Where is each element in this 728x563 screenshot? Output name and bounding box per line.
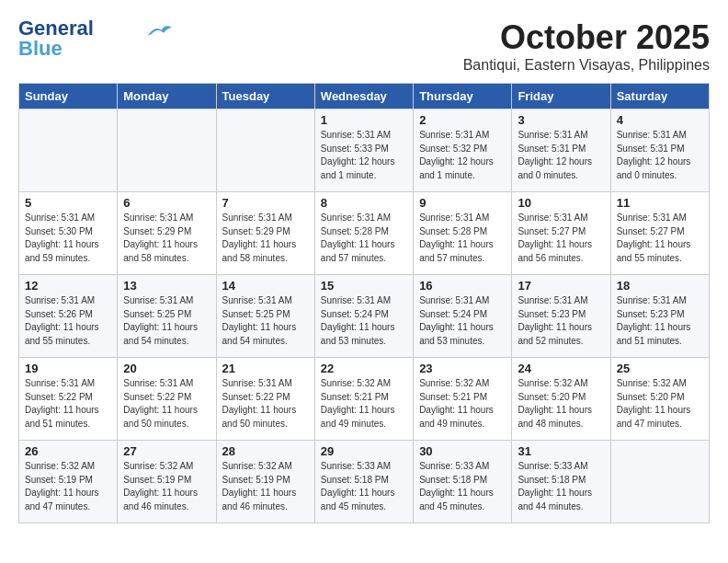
day-number: 19 (25, 362, 111, 375)
day-number: 3 (518, 113, 604, 127)
calendar-cell: 8Sunrise: 5:31 AMSunset: 5:28 PMDaylight… (314, 192, 413, 275)
calendar-cell: 3Sunrise: 5:31 AMSunset: 5:31 PMDaylight… (512, 109, 610, 192)
calendar-cell: 18Sunrise: 5:31 AMSunset: 5:23 PMDayligh… (610, 275, 709, 358)
day-number: 10 (518, 196, 604, 210)
day-number: 29 (321, 444, 407, 458)
calendar-cell: 14Sunrise: 5:31 AMSunset: 5:25 PMDayligh… (216, 275, 314, 358)
calendar-cell: 22Sunrise: 5:32 AMSunset: 5:21 PMDayligh… (314, 358, 413, 441)
day-info: Sunrise: 5:31 AMSunset: 5:24 PMDaylight:… (419, 294, 506, 348)
calendar-cell: 24Sunrise: 5:32 AMSunset: 5:20 PMDayligh… (512, 358, 610, 441)
day-info: Sunrise: 5:31 AMSunset: 5:23 PMDaylight:… (518, 294, 604, 348)
day-info: Sunrise: 5:31 AMSunset: 5:22 PMDaylight:… (222, 377, 309, 431)
day-info: Sunrise: 5:32 AMSunset: 5:19 PMDaylight:… (123, 460, 210, 513)
logo-text: GeneralBlue (18, 18, 94, 59)
day-number: 16 (419, 279, 506, 293)
weekday-header-row: SundayMondayTuesdayWednesdayThursdayFrid… (19, 84, 710, 109)
day-number: 23 (419, 362, 506, 375)
day-info: Sunrise: 5:31 AMSunset: 5:33 PMDaylight:… (321, 129, 407, 182)
day-number: 20 (123, 362, 210, 375)
calendar-cell: 5Sunrise: 5:31 AMSunset: 5:30 PMDaylight… (19, 192, 118, 275)
day-info: Sunrise: 5:31 AMSunset: 5:25 PMDaylight:… (222, 294, 309, 348)
calendar-cell (610, 441, 709, 523)
calendar-cell (19, 109, 118, 192)
weekday-header-sunday: Sunday (19, 84, 118, 109)
day-number: 21 (222, 362, 309, 375)
calendar-cell: 2Sunrise: 5:31 AMSunset: 5:32 PMDaylight… (414, 109, 512, 192)
calendar-week-row: 19Sunrise: 5:31 AMSunset: 5:22 PMDayligh… (19, 358, 710, 441)
day-info: Sunrise: 5:32 AMSunset: 5:19 PMDaylight:… (25, 460, 111, 513)
day-info: Sunrise: 5:31 AMSunset: 5:27 PMDaylight:… (518, 212, 604, 265)
day-info: Sunrise: 5:31 AMSunset: 5:29 PMDaylight:… (123, 212, 210, 265)
day-info: Sunrise: 5:32 AMSunset: 5:21 PMDaylight:… (321, 377, 407, 431)
day-number: 31 (518, 444, 604, 458)
day-number: 12 (25, 279, 111, 293)
day-info: Sunrise: 5:33 AMSunset: 5:18 PMDaylight:… (419, 460, 506, 513)
calendar-cell: 23Sunrise: 5:32 AMSunset: 5:21 PMDayligh… (414, 358, 512, 441)
day-info: Sunrise: 5:31 AMSunset: 5:28 PMDaylight:… (419, 212, 506, 265)
day-info: Sunrise: 5:31 AMSunset: 5:31 PMDaylight:… (518, 129, 604, 182)
day-info: Sunrise: 5:32 AMSunset: 5:21 PMDaylight:… (419, 377, 506, 431)
calendar-cell: 28Sunrise: 5:32 AMSunset: 5:19 PMDayligh… (216, 441, 314, 523)
day-number: 14 (222, 279, 309, 293)
logo-bird-icon (144, 21, 172, 40)
calendar-cell: 4Sunrise: 5:31 AMSunset: 5:31 PMDaylight… (610, 109, 709, 192)
logo: GeneralBlue (18, 18, 172, 59)
calendar-cell: 31Sunrise: 5:33 AMSunset: 5:18 PMDayligh… (512, 441, 610, 523)
calendar-cell: 13Sunrise: 5:31 AMSunset: 5:25 PMDayligh… (118, 275, 216, 358)
day-info: Sunrise: 5:32 AMSunset: 5:20 PMDaylight:… (518, 377, 604, 431)
day-info: Sunrise: 5:31 AMSunset: 5:26 PMDaylight:… (25, 294, 111, 348)
day-info: Sunrise: 5:31 AMSunset: 5:23 PMDaylight:… (617, 294, 703, 348)
calendar-cell: 20Sunrise: 5:31 AMSunset: 5:22 PMDayligh… (118, 358, 216, 441)
day-info: Sunrise: 5:32 AMSunset: 5:19 PMDaylight:… (222, 460, 309, 513)
calendar-week-row: 12Sunrise: 5:31 AMSunset: 5:26 PMDayligh… (19, 275, 710, 358)
day-number: 28 (222, 444, 309, 458)
day-number: 22 (321, 362, 407, 375)
day-number: 2 (419, 113, 506, 127)
day-number: 8 (321, 196, 407, 210)
calendar-cell: 27Sunrise: 5:32 AMSunset: 5:19 PMDayligh… (118, 441, 216, 523)
day-info: Sunrise: 5:31 AMSunset: 5:30 PMDaylight:… (25, 212, 111, 265)
calendar-cell: 21Sunrise: 5:31 AMSunset: 5:22 PMDayligh… (216, 358, 314, 441)
day-number: 18 (617, 279, 703, 293)
day-number: 24 (518, 362, 604, 375)
day-number: 6 (123, 196, 210, 210)
calendar-cell: 10Sunrise: 5:31 AMSunset: 5:27 PMDayligh… (512, 192, 610, 275)
day-number: 17 (518, 279, 604, 293)
calendar-week-row: 26Sunrise: 5:32 AMSunset: 5:19 PMDayligh… (19, 441, 710, 523)
day-info: Sunrise: 5:32 AMSunset: 5:20 PMDaylight:… (617, 377, 703, 431)
calendar-cell (216, 109, 314, 192)
day-info: Sunrise: 5:31 AMSunset: 5:24 PMDaylight:… (321, 294, 407, 348)
calendar-cell: 12Sunrise: 5:31 AMSunset: 5:26 PMDayligh… (19, 275, 118, 358)
day-info: Sunrise: 5:33 AMSunset: 5:18 PMDaylight:… (518, 460, 604, 513)
day-info: Sunrise: 5:33 AMSunset: 5:18 PMDaylight:… (321, 460, 407, 513)
day-info: Sunrise: 5:31 AMSunset: 5:29 PMDaylight:… (222, 212, 309, 265)
day-info: Sunrise: 5:31 AMSunset: 5:32 PMDaylight:… (419, 129, 506, 182)
page-header: GeneralBlue October 2025 Bantiqui, Easte… (18, 18, 710, 74)
day-number: 9 (419, 196, 506, 210)
weekday-header-wednesday: Wednesday (314, 84, 413, 109)
calendar-cell: 26Sunrise: 5:32 AMSunset: 5:19 PMDayligh… (19, 441, 118, 523)
day-info: Sunrise: 5:31 AMSunset: 5:31 PMDaylight:… (617, 129, 703, 182)
title-block: October 2025 Bantiqui, Eastern Visayas, … (463, 18, 710, 74)
calendar-cell: 17Sunrise: 5:31 AMSunset: 5:23 PMDayligh… (512, 275, 610, 358)
calendar-cell: 11Sunrise: 5:31 AMSunset: 5:27 PMDayligh… (610, 192, 709, 275)
day-number: 5 (25, 196, 111, 210)
calendar-cell: 15Sunrise: 5:31 AMSunset: 5:24 PMDayligh… (314, 275, 413, 358)
weekday-header-saturday: Saturday (610, 84, 709, 109)
day-info: Sunrise: 5:31 AMSunset: 5:27 PMDaylight:… (617, 212, 703, 265)
calendar-cell: 30Sunrise: 5:33 AMSunset: 5:18 PMDayligh… (414, 441, 512, 523)
day-number: 13 (123, 279, 210, 293)
calendar-cell: 29Sunrise: 5:33 AMSunset: 5:18 PMDayligh… (314, 441, 413, 523)
calendar-cell (118, 109, 216, 192)
calendar-cell: 16Sunrise: 5:31 AMSunset: 5:24 PMDayligh… (414, 275, 512, 358)
day-number: 30 (419, 444, 506, 458)
weekday-header-tuesday: Tuesday (216, 84, 314, 109)
day-number: 11 (617, 196, 703, 210)
calendar-table: SundayMondayTuesdayWednesdayThursdayFrid… (18, 83, 710, 523)
calendar-cell: 1Sunrise: 5:31 AMSunset: 5:33 PMDaylight… (314, 109, 413, 192)
calendar-cell: 25Sunrise: 5:32 AMSunset: 5:20 PMDayligh… (610, 358, 709, 441)
calendar-cell: 9Sunrise: 5:31 AMSunset: 5:28 PMDaylight… (414, 192, 512, 275)
day-info: Sunrise: 5:31 AMSunset: 5:28 PMDaylight:… (321, 212, 407, 265)
day-info: Sunrise: 5:31 AMSunset: 5:25 PMDaylight:… (123, 294, 210, 348)
calendar-cell: 6Sunrise: 5:31 AMSunset: 5:29 PMDaylight… (118, 192, 216, 275)
